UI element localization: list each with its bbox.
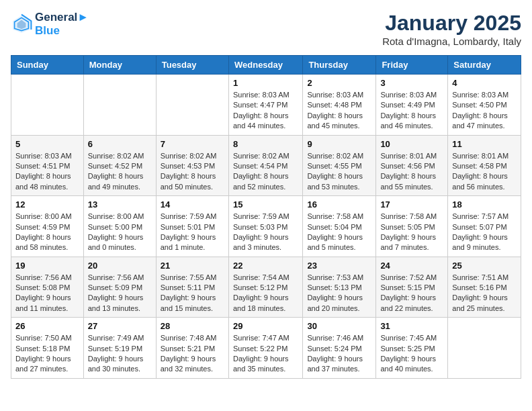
weekday-header-cell: Sunday (11, 56, 84, 75)
calendar-cell: 15Sunrise: 7:59 AM Sunset: 5:03 PM Dayli… (228, 196, 302, 257)
day-number: 12 (15, 199, 79, 210)
calendar-cell: 18Sunrise: 7:57 AM Sunset: 5:07 PM Dayli… (448, 196, 521, 257)
day-info: Sunrise: 8:01 AM Sunset: 4:58 PM Dayligh… (452, 151, 517, 193)
weekday-header-cell: Saturday (448, 56, 521, 75)
day-info: Sunrise: 8:02 AM Sunset: 4:55 PM Dayligh… (307, 151, 371, 193)
calendar-cell: 14Sunrise: 7:59 AM Sunset: 5:01 PM Dayli… (156, 196, 228, 257)
calendar-cell: 23Sunrise: 7:53 AM Sunset: 5:13 PM Dayli… (303, 257, 376, 318)
calendar-cell (83, 75, 156, 136)
day-info: Sunrise: 8:03 AM Sunset: 4:48 PM Dayligh… (307, 90, 371, 132)
day-info: Sunrise: 8:00 AM Sunset: 5:00 PM Dayligh… (88, 212, 152, 253)
weekday-header-cell: Tuesday (156, 56, 228, 75)
calendar-week-row: 19Sunrise: 7:56 AM Sunset: 5:08 PM Dayli… (11, 257, 521, 318)
weekday-header-cell: Thursday (303, 56, 376, 75)
day-info: Sunrise: 7:45 AM Sunset: 5:25 PM Dayligh… (380, 333, 443, 375)
page-header: General► Blue January 2025 Rota d'Imagna… (11, 11, 521, 47)
day-info: Sunrise: 8:03 AM Sunset: 4:47 PM Dayligh… (233, 90, 298, 132)
day-info: Sunrise: 8:00 AM Sunset: 4:59 PM Dayligh… (15, 212, 79, 253)
day-number: 6 (88, 139, 152, 149)
day-info: Sunrise: 7:57 AM Sunset: 5:07 PM Dayligh… (452, 212, 517, 253)
title-block: January 2025 Rota d'Imagna, Lombardy, It… (382, 11, 521, 47)
day-info: Sunrise: 7:50 AM Sunset: 5:18 PM Dayligh… (15, 333, 79, 375)
calendar-table: SundayMondayTuesdayWednesdayThursdayFrid… (11, 55, 521, 379)
calendar-cell: 20Sunrise: 7:56 AM Sunset: 5:09 PM Dayli… (83, 257, 156, 318)
calendar-cell: 6Sunrise: 8:02 AM Sunset: 4:52 PM Daylig… (83, 135, 156, 196)
day-number: 2 (307, 78, 371, 88)
day-number: 17 (380, 199, 443, 210)
day-number: 27 (88, 321, 152, 331)
day-number: 13 (88, 199, 152, 210)
day-info: Sunrise: 8:01 AM Sunset: 4:56 PM Dayligh… (380, 151, 443, 193)
calendar-cell: 2Sunrise: 8:03 AM Sunset: 4:48 PM Daylig… (303, 75, 376, 136)
day-info: Sunrise: 7:56 AM Sunset: 5:09 PM Dayligh… (88, 273, 152, 314)
day-number: 30 (307, 321, 371, 331)
location-subtitle: Rota d'Imagna, Lombardy, Italy (382, 36, 521, 47)
day-info: Sunrise: 7:56 AM Sunset: 5:08 PM Dayligh… (15, 273, 79, 314)
day-info: Sunrise: 7:47 AM Sunset: 5:22 PM Dayligh… (233, 333, 298, 375)
day-info: Sunrise: 7:49 AM Sunset: 5:19 PM Dayligh… (88, 333, 152, 375)
day-info: Sunrise: 7:52 AM Sunset: 5:15 PM Dayligh… (380, 273, 443, 314)
day-number: 16 (307, 199, 371, 210)
day-number: 25 (452, 261, 517, 271)
calendar-cell: 11Sunrise: 8:01 AM Sunset: 4:58 PM Dayli… (448, 135, 521, 196)
day-info: Sunrise: 7:53 AM Sunset: 5:13 PM Dayligh… (307, 273, 371, 314)
calendar-body: 1Sunrise: 8:03 AM Sunset: 4:47 PM Daylig… (11, 75, 521, 379)
day-info: Sunrise: 7:46 AM Sunset: 5:24 PM Dayligh… (307, 333, 371, 375)
day-number: 9 (307, 139, 371, 149)
calendar-cell: 28Sunrise: 7:48 AM Sunset: 5:21 PM Dayli… (156, 318, 228, 379)
day-number: 29 (233, 321, 298, 331)
day-number: 10 (380, 139, 443, 149)
day-number: 20 (88, 261, 152, 271)
day-number: 28 (161, 321, 224, 331)
calendar-week-row: 1Sunrise: 8:03 AM Sunset: 4:47 PM Daylig… (11, 75, 521, 136)
day-number: 23 (307, 261, 371, 271)
weekday-header-cell: Friday (376, 56, 448, 75)
calendar-cell: 8Sunrise: 8:02 AM Sunset: 4:54 PM Daylig… (228, 135, 302, 196)
day-number: 8 (233, 139, 298, 149)
calendar-cell: 30Sunrise: 7:46 AM Sunset: 5:24 PM Dayli… (303, 318, 376, 379)
calendar-cell: 7Sunrise: 8:02 AM Sunset: 4:53 PM Daylig… (156, 135, 228, 196)
calendar-cell: 19Sunrise: 7:56 AM Sunset: 5:08 PM Dayli… (11, 257, 84, 318)
calendar-cell: 1Sunrise: 8:03 AM Sunset: 4:47 PM Daylig… (228, 75, 302, 136)
calendar-cell: 22Sunrise: 7:54 AM Sunset: 5:12 PM Dayli… (228, 257, 302, 318)
day-info: Sunrise: 8:03 AM Sunset: 4:49 PM Dayligh… (380, 90, 443, 132)
day-info: Sunrise: 8:02 AM Sunset: 4:53 PM Dayligh… (161, 151, 224, 193)
day-number: 24 (380, 261, 443, 271)
calendar-cell: 26Sunrise: 7:50 AM Sunset: 5:18 PM Dayli… (11, 318, 84, 379)
calendar-week-row: 26Sunrise: 7:50 AM Sunset: 5:18 PM Dayli… (11, 318, 521, 379)
calendar-cell: 25Sunrise: 7:51 AM Sunset: 5:16 PM Dayli… (448, 257, 521, 318)
logo-text: General► Blue (35, 11, 89, 38)
day-number: 4 (452, 78, 517, 88)
calendar-cell: 29Sunrise: 7:47 AM Sunset: 5:22 PM Dayli… (228, 318, 302, 379)
weekday-header-row: SundayMondayTuesdayWednesdayThursdayFrid… (11, 56, 521, 75)
logo-icon (11, 13, 32, 35)
day-number: 19 (15, 261, 79, 271)
calendar-cell: 4Sunrise: 8:03 AM Sunset: 4:50 PM Daylig… (448, 75, 521, 136)
calendar-cell: 27Sunrise: 7:49 AM Sunset: 5:19 PM Dayli… (83, 318, 156, 379)
calendar-cell: 9Sunrise: 8:02 AM Sunset: 4:55 PM Daylig… (303, 135, 376, 196)
calendar-cell: 21Sunrise: 7:55 AM Sunset: 5:11 PM Dayli… (156, 257, 228, 318)
day-info: Sunrise: 7:54 AM Sunset: 5:12 PM Dayligh… (233, 273, 298, 314)
day-number: 14 (161, 199, 224, 210)
day-number: 26 (15, 321, 79, 331)
day-info: Sunrise: 7:58 AM Sunset: 5:05 PM Dayligh… (380, 212, 443, 253)
day-info: Sunrise: 8:02 AM Sunset: 4:52 PM Dayligh… (88, 151, 152, 193)
day-number: 1 (233, 78, 298, 88)
day-number: 18 (452, 199, 517, 210)
day-number: 7 (161, 139, 224, 149)
calendar-cell (11, 75, 84, 136)
day-info: Sunrise: 8:02 AM Sunset: 4:54 PM Dayligh… (233, 151, 298, 193)
day-number: 31 (380, 321, 443, 331)
calendar-cell: 31Sunrise: 7:45 AM Sunset: 5:25 PM Dayli… (376, 318, 448, 379)
calendar-cell: 12Sunrise: 8:00 AM Sunset: 4:59 PM Dayli… (11, 196, 84, 257)
day-number: 22 (233, 261, 298, 271)
weekday-header-cell: Wednesday (228, 56, 302, 75)
calendar-cell (156, 75, 228, 136)
calendar-cell: 13Sunrise: 8:00 AM Sunset: 5:00 PM Dayli… (83, 196, 156, 257)
calendar-cell: 17Sunrise: 7:58 AM Sunset: 5:05 PM Dayli… (376, 196, 448, 257)
day-number: 3 (380, 78, 443, 88)
day-info: Sunrise: 8:03 AM Sunset: 4:51 PM Dayligh… (15, 151, 79, 193)
day-info: Sunrise: 7:58 AM Sunset: 5:04 PM Dayligh… (307, 212, 371, 253)
calendar-cell: 3Sunrise: 8:03 AM Sunset: 4:49 PM Daylig… (376, 75, 448, 136)
day-info: Sunrise: 7:59 AM Sunset: 5:01 PM Dayligh… (161, 212, 224, 253)
